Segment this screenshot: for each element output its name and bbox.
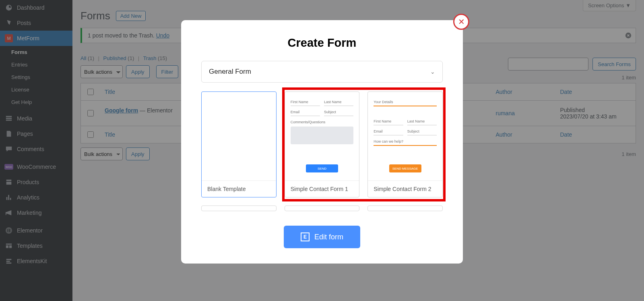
- form-type-value: General Form: [209, 68, 251, 76]
- edit-form-button[interactable]: E Edit form: [284, 226, 360, 248]
- template-blank[interactable]: Blank Template: [201, 91, 277, 197]
- template-label: Blank Template: [202, 181, 276, 197]
- modal-close-button[interactable]: ✕: [453, 14, 469, 30]
- preview-send-message-button: SEND MESSAGE: [389, 164, 421, 172]
- modal-title: Create Form: [201, 36, 443, 50]
- template-label: Simple Contact Form 2: [368, 181, 442, 197]
- chevron-down-icon: ⌄: [430, 69, 435, 75]
- template-grid: Blank Template First Name Last Name Emai…: [201, 91, 443, 197]
- create-form-modal: ✕ Create Form General Form ⌄ Blank Templ…: [181, 20, 463, 264]
- edit-form-label: Edit form: [314, 233, 343, 241]
- elementor-edit-icon: E: [301, 232, 310, 241]
- preview-send-button: SEND: [306, 164, 338, 172]
- form-type-select[interactable]: General Form ⌄: [201, 61, 443, 83]
- template-simple-2[interactable]: Your Details First Name Last Name Email …: [367, 91, 443, 197]
- template-grid-next-row: [201, 206, 443, 211]
- template-placeholder[interactable]: [285, 206, 360, 211]
- close-icon: ✕: [458, 17, 465, 27]
- template-placeholder[interactable]: [367, 206, 443, 211]
- template-simple-1[interactable]: First Name Last Name Email Subject Comme…: [285, 91, 360, 197]
- template-placeholder[interactable]: [201, 206, 277, 211]
- template-label: Simple Contact Form 1: [285, 181, 359, 197]
